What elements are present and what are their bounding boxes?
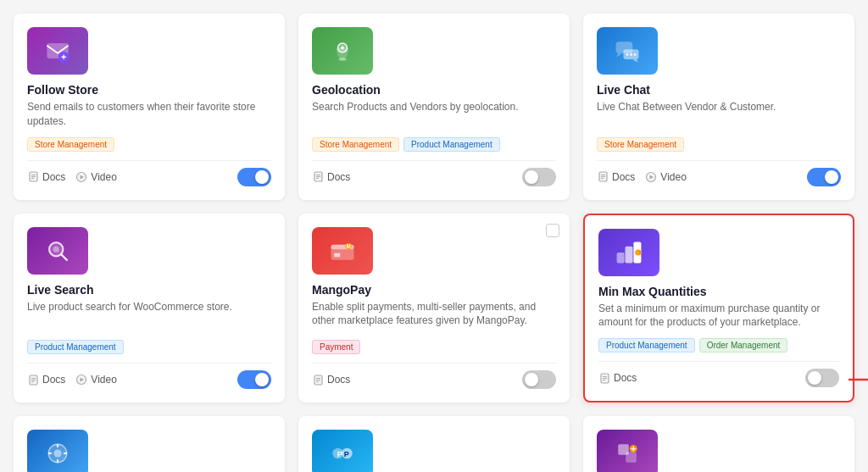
video-link-live-chat[interactable]: Video [645, 171, 686, 183]
card-icon-live-search [27, 227, 88, 275]
toggle-track-geolocation [522, 168, 556, 186]
card-icon-mangopay: M [312, 227, 373, 275]
card-icon-paypal-adaptive [27, 430, 88, 472]
svg-point-58 [54, 450, 62, 458]
svg-rect-46 [617, 253, 625, 264]
footer-links-live-search: Docs Video [27, 374, 117, 386]
svg-point-19 [626, 53, 629, 56]
card-title-live-search: Live Search [27, 283, 271, 297]
card-desc-live-search: Live product search for WooCommerce stor… [27, 300, 271, 332]
card-footer-mangopay: Docs [312, 363, 556, 389]
video-icon [645, 171, 657, 183]
svg-point-11 [341, 47, 344, 50]
tag-order[interactable]: Order Management [699, 338, 788, 353]
tag-product[interactable]: Product Management [403, 137, 500, 152]
card-title-min-max-quantities: Min Max Quantities [598, 285, 839, 298]
plugin-grid: Follow Store Send emails to customers wh… [14, 14, 854, 472]
card-icon-live-chat [597, 27, 658, 75]
card-title-geolocation: Geolocation [312, 83, 556, 97]
card-tags-geolocation: Store ManagementProduct Management [312, 137, 556, 152]
arrow-annotation [844, 367, 868, 392]
docs-link-follow-store[interactable]: Docs [27, 171, 65, 183]
card-footer-live-chat: Docs Video [597, 160, 841, 186]
svg-point-30 [53, 246, 59, 252]
docs-link-mangopay[interactable]: Docs [312, 374, 350, 386]
tag-store[interactable]: Store Management [312, 137, 399, 152]
video-icon [75, 171, 87, 183]
docs-link-min-max-quantities[interactable]: Docs [598, 372, 637, 384]
toggle-live-search[interactable] [237, 370, 271, 389]
toggle-track-live-search [237, 370, 271, 389]
docs-link-live-chat[interactable]: Docs [597, 171, 635, 183]
toggle-mangopay[interactable] [522, 370, 556, 389]
tag-product[interactable]: Product Management [27, 340, 124, 354]
svg-line-29 [62, 254, 67, 259]
video-label: Video [91, 374, 116, 386]
docs-label: Docs [327, 374, 350, 386]
card-desc-geolocation: Search Products and Vendors by geolocati… [312, 100, 556, 129]
card-footer-live-search: Docs Video [27, 363, 271, 389]
card-desc-follow-store: Send emails to customers when their favo… [27, 100, 271, 129]
card-title-follow-store: Follow Store [27, 83, 271, 97]
card-icon-product-addon [597, 430, 658, 472]
card-footer-follow-store: Docs Video [27, 160, 271, 186]
footer-links-live-chat: Docs Video [597, 171, 687, 183]
card-geolocation: Geolocation Search Products and Vendors … [298, 14, 570, 200]
toggle-thumb-live-search [255, 373, 269, 386]
tag-payment[interactable]: Payment [312, 340, 360, 354]
card-icon-paypal-marketplace: P P [312, 430, 373, 472]
docs-icon [312, 374, 324, 386]
card-paypal-adaptive: PayPal Adaptive Payment Allows to send s… [14, 416, 285, 472]
footer-links-geolocation: Docs [312, 171, 350, 183]
card-follow-store: Follow Store Send emails to customers wh… [14, 14, 285, 200]
tag-store[interactable]: Store Management [27, 137, 114, 152]
card-tags-min-max-quantities: Product ManagementOrder Management [598, 338, 839, 353]
docs-icon [27, 171, 39, 183]
card-checkbox-mangopay[interactable] [546, 224, 559, 237]
card-desc-live-chat: Live Chat Between Vendor & Customer. [597, 100, 841, 129]
footer-links-min-max-quantities: Docs [598, 372, 637, 384]
docs-link-live-search[interactable]: Docs [27, 374, 65, 386]
footer-links-follow-store: Docs Video [27, 171, 117, 183]
card-tags-live-search: Product Management [27, 340, 271, 354]
svg-text:P: P [344, 450, 349, 458]
video-link-follow-store[interactable]: Video [75, 171, 116, 183]
docs-label: Docs [42, 374, 65, 386]
card-title-live-chat: Live Chat [597, 83, 841, 97]
video-label: Video [91, 171, 116, 183]
toggle-min-max-quantities[interactable] [805, 369, 839, 387]
docs-icon [598, 372, 610, 384]
tag-store[interactable]: Store Management [597, 137, 684, 152]
toggle-live-chat[interactable] [807, 168, 841, 186]
toggle-thumb-live-chat [825, 170, 838, 184]
card-title-mangopay: MangoPay [312, 283, 556, 297]
video-link-live-search[interactable]: Video [75, 374, 116, 386]
card-tags-live-chat: Store Management [597, 137, 841, 152]
docs-link-geolocation[interactable]: Docs [312, 171, 350, 183]
svg-rect-68 [626, 452, 637, 463]
toggle-thumb-min-max-quantities [808, 371, 821, 385]
svg-point-12 [339, 58, 347, 61]
toggle-geolocation[interactable] [522, 168, 556, 186]
toggle-track-min-max-quantities [805, 369, 839, 387]
docs-icon [597, 171, 609, 183]
video-icon [75, 374, 87, 386]
docs-icon [27, 374, 39, 386]
tag-product[interactable]: Product Management [598, 338, 695, 353]
toggle-follow-store[interactable] [237, 168, 271, 186]
card-icon-min-max-quantities: ↑ [598, 229, 659, 276]
card-mangopay: M MangoPay Enable split payments, multi-… [298, 214, 570, 403]
docs-label: Docs [612, 171, 635, 183]
toggle-thumb-mangopay [525, 373, 538, 386]
card-paypal-marketplace: P P PayPal Marketplace Enable Split paym… [298, 416, 570, 472]
svg-point-20 [630, 53, 632, 56]
card-footer-geolocation: Docs [312, 160, 556, 186]
toggle-track-live-chat [807, 168, 841, 186]
card-live-chat: Live Chat Live Chat Between Vendor & Cus… [583, 14, 854, 200]
toggle-thumb-geolocation [525, 170, 538, 184]
docs-label: Docs [42, 171, 65, 183]
card-desc-min-max-quantities: Set a minimum or maximum purchase quanti… [598, 302, 839, 330]
card-min-max-quantities: ↑ Min Max Quantities Set a minimum or ma… [583, 214, 854, 403]
card-tags-mangopay: Payment [312, 340, 556, 354]
toggle-track-follow-store [237, 168, 271, 186]
